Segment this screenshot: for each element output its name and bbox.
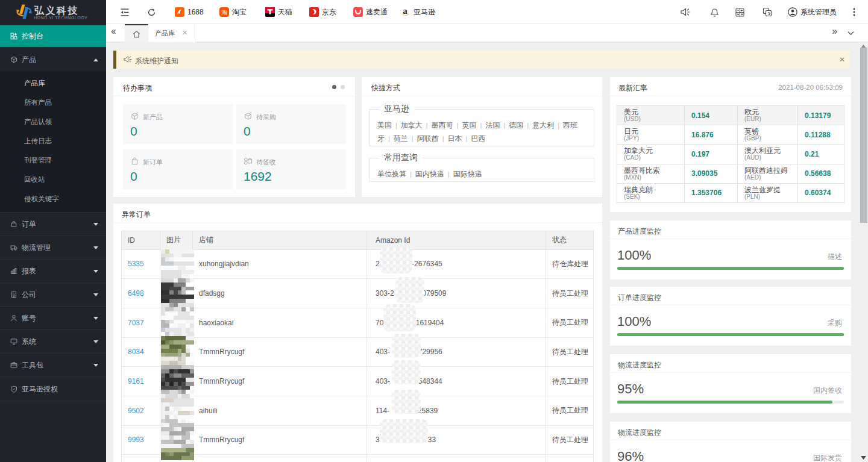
svg-text:淘: 淘	[221, 9, 227, 16]
svg-text:a: a	[403, 7, 407, 16]
